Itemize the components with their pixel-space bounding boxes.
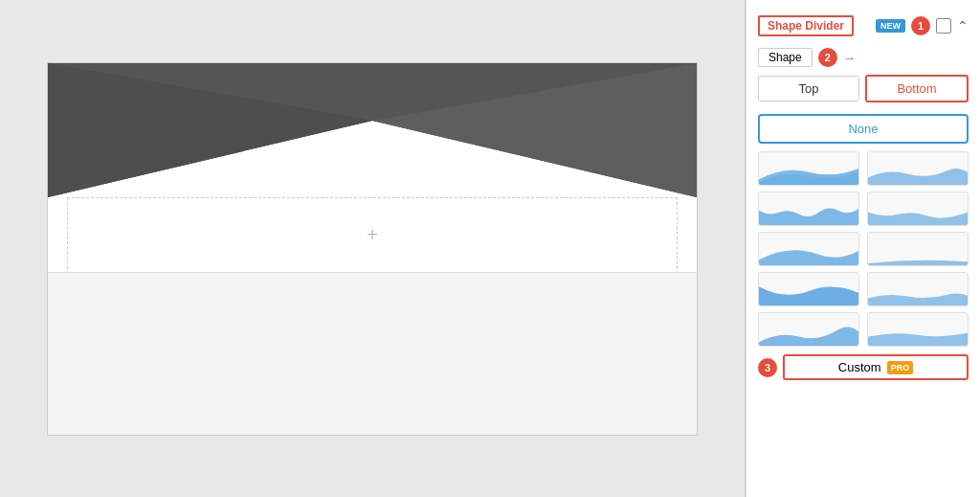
shape-divider-label: Shape Divider — [758, 15, 854, 36]
none-button[interactable]: None — [758, 114, 969, 144]
shape-thumb-10[interactable] — [867, 312, 969, 347]
annotation-1: 1 — [911, 16, 930, 35]
tab-bottom[interactable]: Bottom — [865, 75, 969, 102]
shape-row-2 — [758, 192, 969, 226]
shape-thumb-9[interactable] — [758, 312, 859, 347]
shapes-grid: None — [746, 114, 980, 347]
custom-label: Custom — [838, 360, 881, 374]
shape-thumb-2[interactable] — [867, 151, 969, 186]
shape-thumb-8[interactable] — [867, 272, 969, 306]
new-badge: NEW — [876, 19, 905, 33]
shape-thumb-6[interactable] — [867, 232, 969, 266]
copy-icon[interactable] — [936, 18, 951, 34]
shape-thumb-3[interactable] — [758, 192, 859, 226]
dashed-content-section[interactable]: + — [67, 197, 678, 274]
shape-top — [48, 63, 697, 197]
tab-top[interactable]: Top — [758, 76, 859, 102]
arrow-right-icon: → — [843, 51, 856, 65]
annotation-2: 2 — [818, 48, 837, 67]
shape-thumb-7[interactable] — [758, 272, 859, 306]
right-panel: Shape Divider NEW 1 ⌃ Shape 2 → Top Bott… — [746, 0, 980, 497]
custom-box[interactable]: Custom PRO — [783, 354, 969, 380]
annotation-3: 3 — [758, 358, 777, 377]
collapse-button[interactable]: ⌃ — [957, 18, 969, 34]
canvas-bottom-section — [48, 272, 697, 435]
add-element-icon: + — [367, 224, 378, 246]
tab-row: Top Bottom — [746, 71, 980, 106]
shape-thumb-4[interactable] — [867, 192, 969, 226]
shape-row-1 — [758, 151, 969, 186]
canvas-area: + — [0, 0, 745, 497]
shape-label: Shape — [758, 48, 813, 67]
shape-row-5 — [758, 312, 969, 347]
shape-thumb-5[interactable] — [758, 232, 859, 266]
canvas-frame: + — [47, 62, 698, 436]
panel-header: Shape Divider NEW 1 ⌃ — [746, 10, 980, 42]
shape-row-4 — [758, 272, 969, 306]
custom-row: 3 Custom PRO — [746, 349, 980, 386]
panel-header-right: NEW 1 ⌃ — [876, 16, 969, 35]
shape-thumb-1[interactable] — [758, 151, 859, 186]
shape-row-3 — [758, 232, 969, 266]
shape-label-row: Shape 2 → — [746, 46, 980, 69]
pro-badge: PRO — [887, 361, 914, 374]
